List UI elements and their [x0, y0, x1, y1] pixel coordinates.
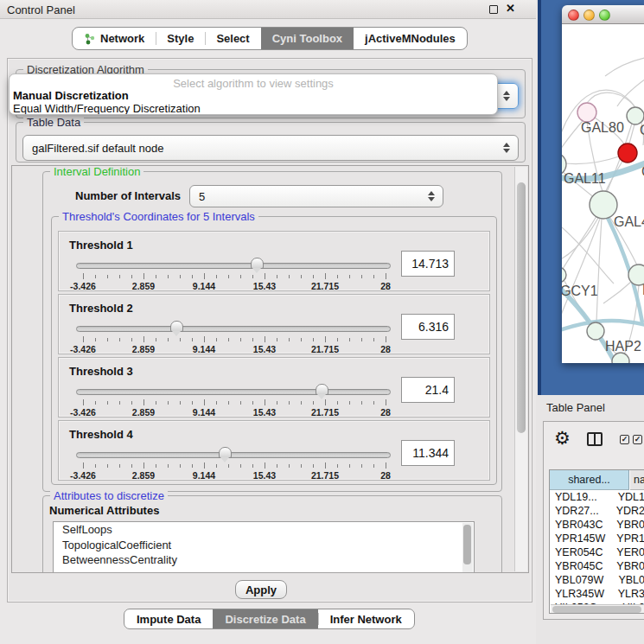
scrollbar-thumb[interactable] — [552, 606, 641, 613]
table-row[interactable]: YBL079WYBL0 — [550, 573, 644, 587]
threshold-4-panel: Threshold 4 -3.426 2.859 9.144 15.43 21.… — [58, 420, 490, 481]
list-item-topologicalcoefficient[interactable]: TopologicalCoefficient — [54, 538, 474, 553]
table-row[interactable]: YDL19...YDL1 — [550, 490, 644, 504]
float-window-icon[interactable] — [489, 5, 498, 14]
tick-label: 2.859 — [132, 470, 155, 481]
tick-label: 15.43 — [253, 344, 276, 354]
slider-thumb[interactable] — [219, 447, 232, 458]
scrollbar-thumb[interactable] — [463, 525, 471, 564]
tab-label: Infer Network — [330, 613, 402, 626]
right-region: GAL80 GA C GAL11 GAL4 GCY1 H HAP2 Table … — [536, 0, 644, 644]
node-label-gal4: GAL4 — [614, 214, 644, 229]
scrollbar-thumb[interactable] — [517, 182, 526, 433]
tab-infer-network[interactable]: Infer Network — [318, 609, 414, 628]
column-selector-icon[interactable] — [587, 432, 603, 446]
number-of-intervals-combobox[interactable]: 5 — [189, 185, 443, 207]
network-window-titlebar — [562, 5, 644, 24]
list-item-betweennesscentrality[interactable]: BetweennessCentrality — [54, 552, 474, 568]
tab-jactivemnodules[interactable]: jActiveMNodules — [354, 28, 467, 49]
node-label-gal11: GAL11 — [564, 171, 606, 186]
network-desktop: GAL80 GA C GAL11 GAL4 GCY1 H HAP2 — [538, 0, 644, 395]
cell-name: YBR0 — [612, 519, 644, 531]
node-label-gcy1: GCY1 — [562, 284, 598, 298]
threshold-2-value-field[interactable] — [401, 314, 455, 340]
attributes-list-scrollbar[interactable] — [462, 523, 473, 573]
group-title: Table Data — [23, 116, 84, 129]
cell-name: YBR0 — [612, 560, 644, 572]
threshold-3-slider: -3.426 2.859 9.144 15.43 21.715 28 — [83, 380, 386, 417]
checkbox-icon-2[interactable] — [633, 435, 642, 444]
threshold-1-panel: Threshold 1 -3.426 2.859 9.144 15.43 21.… — [58, 231, 490, 291]
traffic-minimize-button[interactable] — [583, 10, 595, 21]
table-row[interactable]: YBR043CYBR0 — [550, 518, 644, 532]
attributes-list: SelfLoops TopologicalCoefficient Between… — [53, 521, 475, 573]
tick-marks — [83, 399, 386, 406]
tick-label: -3.426 — [70, 470, 96, 481]
combo-value: galFiltered.sif default node — [32, 142, 163, 155]
tick-label: -3.426 — [70, 344, 96, 354]
node-bottom-partial[interactable] — [612, 353, 629, 363]
cell-shared: YLR345W — [550, 588, 614, 600]
threshold-3-panel: Threshold 3 -3.426 2.859 9.144 15.43 21.… — [58, 357, 490, 418]
table-panel-region: Table Panel ⚙ shared... na YDL19...YDL1 … — [536, 395, 644, 644]
tick-label: -3.426 — [70, 407, 96, 418]
node-red-selected[interactable] — [618, 143, 637, 163]
group-title: Threshold's Coordinates for 5 Intervals — [59, 210, 258, 223]
tab-network[interactable]: Network — [73, 28, 156, 49]
threshold-label: Threshold 1 — [69, 239, 133, 252]
tick-marks — [83, 336, 386, 343]
slider-thumb[interactable] — [251, 258, 264, 269]
node-gal80[interactable] — [577, 103, 596, 122]
column-header-name[interactable]: na — [630, 470, 644, 490]
node-ga[interactable] — [627, 107, 644, 124]
threshold-3-value-field[interactable] — [401, 377, 455, 403]
tick-label: 2.859 — [132, 281, 155, 291]
cell-name: YPR1 — [612, 532, 644, 545]
tab-discretize-data[interactable]: Discretize Data — [213, 609, 317, 628]
threshold-1-value-field[interactable] — [401, 251, 455, 277]
table-panel: ⚙ shared... na YDL19...YDL1 YDR27...YDR2… — [543, 421, 644, 620]
column-header-shared[interactable]: shared... — [550, 470, 629, 490]
threshold-4-value-field[interactable] — [401, 440, 455, 466]
tab-impute-data[interactable]: Impute Data — [124, 609, 213, 628]
tick-label: 21.715 — [311, 344, 339, 354]
table-row[interactable]: YPR145WYPR1 — [550, 532, 644, 545]
node-label-ga: GA — [640, 123, 644, 137]
tick-label: 2.859 — [132, 344, 155, 354]
table-row[interactable]: YLR345WYLR3 — [550, 587, 644, 601]
node-label-hap2: HAP2 — [605, 339, 641, 354]
table-row[interactable]: YER054CYER0 — [550, 545, 644, 559]
network-canvas[interactable]: GAL80 GA C GAL11 GAL4 GCY1 H HAP2 — [562, 24, 644, 363]
table-row[interactable]: YBR045CYBR0 — [550, 559, 644, 573]
table-data-combobox[interactable]: galFiltered.sif default node — [22, 135, 519, 161]
popup-option-manual-discretization[interactable]: Manual Discretization — [13, 89, 129, 102]
threshold-2-panel: Threshold 2 -3.426 2.859 9.144 15.43 21.… — [58, 294, 490, 354]
slider-thumb[interactable] — [316, 384, 328, 395]
apply-button[interactable]: Apply — [235, 580, 287, 599]
control-panel-titlebar: Control Panel ✕ — [0, 0, 536, 19]
panel-title: Control Panel — [7, 3, 75, 16]
tab-style[interactable]: Style — [156, 28, 205, 49]
tab-select[interactable]: Select — [205, 28, 260, 49]
tab-cyni-toolbox[interactable]: Cyni Toolbox — [261, 28, 354, 49]
gear-icon[interactable]: ⚙ — [554, 429, 571, 447]
threshold-1-slider: -3.426 2.859 9.144 15.43 21.715 28 — [83, 254, 386, 290]
vertical-scrollbar[interactable] — [514, 167, 527, 571]
horizontal-scrollbar[interactable] — [551, 604, 644, 614]
popup-option-equal-width-frequency[interactable]: Equal Width/Frequency Discretization — [13, 102, 201, 115]
traffic-close-button[interactable] — [568, 10, 579, 21]
top-tab-bar: Network Style Select Cyni Toolbox jActiv… — [72, 27, 468, 50]
slider-thumb[interactable] — [170, 321, 183, 332]
node-gcy1[interactable] — [562, 267, 566, 283]
table-row[interactable]: YDR27...YDR2 — [550, 504, 644, 518]
combo-value: 5 — [199, 190, 205, 203]
list-item-selfloops[interactable]: SelfLoops — [54, 522, 474, 538]
close-icon[interactable]: ✕ — [506, 2, 515, 15]
traffic-zoom-button[interactable] — [599, 10, 610, 21]
cell-shared: YBR043C — [550, 519, 612, 531]
cell-name: YBL0 — [614, 574, 644, 586]
node-hap2[interactable] — [587, 322, 604, 340]
popup-hint: Select algorithm to view settings — [10, 77, 497, 90]
checkbox-icon-1[interactable] — [620, 435, 629, 444]
cell-shared: YDR27... — [550, 505, 612, 517]
